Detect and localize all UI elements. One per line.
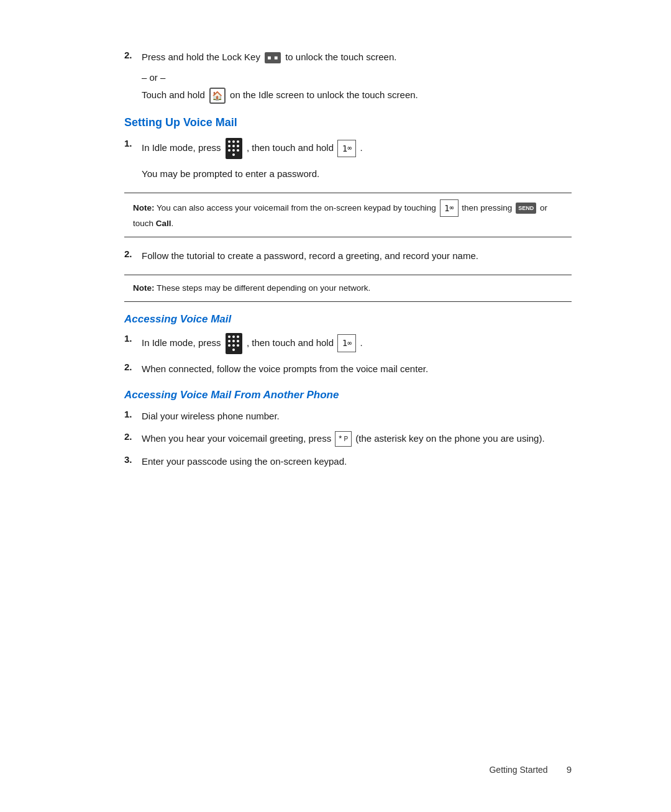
setting-up-title: Setting Up Voice Mail xyxy=(124,116,572,129)
step-2-accessing-content: When connected, follow the voice prompts… xyxy=(142,362,572,376)
step-1-setting-text-before: In Idle mode, press xyxy=(142,142,221,153)
step-2-accessing: 2. When connected, follow the voice prom… xyxy=(124,362,572,376)
note-1-text-end2: . xyxy=(171,219,174,228)
step-1-setting-text-between: , then touch and hold xyxy=(247,142,334,153)
you-may-text: You may be prompted to enter a password. xyxy=(142,167,572,181)
step-2-another-text-after: (the asterisk key on the phone you are u… xyxy=(355,433,544,444)
note-2-text: These steps may be different depending o… xyxy=(157,283,370,293)
step-2-top-text-after: to unlock the touch screen. xyxy=(285,52,396,62)
key-1-voicemail-1: 1 ∞ xyxy=(337,140,356,157)
step-1-setting: 1. In Idle mode, press , then touch and … xyxy=(124,138,572,159)
step-number-2-accessing: 2. xyxy=(124,362,142,372)
page-footer: Getting Started 9 xyxy=(489,764,572,775)
key-1-voicemail-note: 1 ∞ xyxy=(440,199,459,217)
step-1-setting-content: In Idle mode, press , then touch and hol… xyxy=(142,138,572,159)
step-number-3-another: 3. xyxy=(124,454,142,465)
footer-section-label: Getting Started xyxy=(489,765,547,775)
touch-hold-text-before: Touch and hold xyxy=(142,89,205,100)
home-icon: 🏠 xyxy=(209,88,226,104)
step-number-2-setting: 2. xyxy=(124,249,142,259)
step-2-top-content: Press and hold the Lock Key to unlock th… xyxy=(142,50,572,65)
step-number-1-another: 1. xyxy=(124,409,142,419)
key-1-voicemail-accessing: 1 ∞ xyxy=(337,334,356,352)
touch-hold-line: Touch and hold 🏠 on the Idle screen to u… xyxy=(142,88,572,104)
or-separator: – or – xyxy=(142,72,572,83)
step-2-top: 2. Press and hold the Lock Key to unlock… xyxy=(124,50,572,65)
note-2-label: Note: xyxy=(133,283,155,293)
step-1-accessing: 1. In Idle mode, press , then touch and … xyxy=(124,333,572,354)
step-1-accessing-text-between: , then touch and hold xyxy=(247,337,334,348)
lock-key-icon xyxy=(265,52,281,63)
accessing-voice-mail-title: Accessing Voice Mail xyxy=(124,313,572,326)
page-container: 2. Press and hold the Lock Key to unlock… xyxy=(0,0,671,812)
asterisk-p-key: * P xyxy=(335,431,352,447)
note-1-text-between: then pressing xyxy=(462,203,512,212)
note-1-call-bold: Call xyxy=(156,219,171,228)
accessing-another-title: Accessing Voice Mail From Another Phone xyxy=(124,389,572,401)
step-2-another: 2. When you hear your voicemail greeting… xyxy=(124,431,572,447)
dial-icon-2 xyxy=(226,333,242,354)
send-icon-note: SEND xyxy=(516,203,536,214)
step-number-1-accessing: 1. xyxy=(124,333,142,344)
step-1-accessing-content: In Idle mode, press , then touch and hol… xyxy=(142,333,572,354)
step-2-setting-content: Follow the tutorial to create a password… xyxy=(142,249,572,263)
note-1-text-before: You can also access your voicemail from … xyxy=(157,203,436,212)
note-1-box: Note: You can also access your voicemail… xyxy=(124,193,572,237)
step-number-2-top: 2. xyxy=(124,50,142,60)
step-2-another-text-before: When you hear your voicemail greeting, p… xyxy=(142,433,331,444)
step-3-another-content: Enter your passcode using the on-screen … xyxy=(142,454,572,469)
page-number: 9 xyxy=(567,764,572,775)
touch-hold-text-after: on the Idle screen to unlock the touch s… xyxy=(230,89,418,100)
step-3-another: 3. Enter your passcode using the on-scre… xyxy=(124,454,572,469)
step-2-top-text-before: Press and hold the Lock Key xyxy=(142,52,260,62)
note-2-box: Note: These steps may be different depen… xyxy=(124,275,572,302)
step-2-another-content: When you hear your voicemail greeting, p… xyxy=(142,431,572,447)
step-number-2-another: 2. xyxy=(124,431,142,442)
step-2-setting: 2. Follow the tutorial to create a passw… xyxy=(124,249,572,263)
step-1-accessing-text-before: In Idle mode, press xyxy=(142,337,221,348)
step-1-another-content: Dial your wireless phone number. xyxy=(142,409,572,424)
step-1-another: 1. Dial your wireless phone number. xyxy=(124,409,572,424)
step-number-1-setting: 1. xyxy=(124,138,142,148)
dial-icon-1 xyxy=(226,138,242,159)
note-1-label: Note: xyxy=(133,203,155,212)
